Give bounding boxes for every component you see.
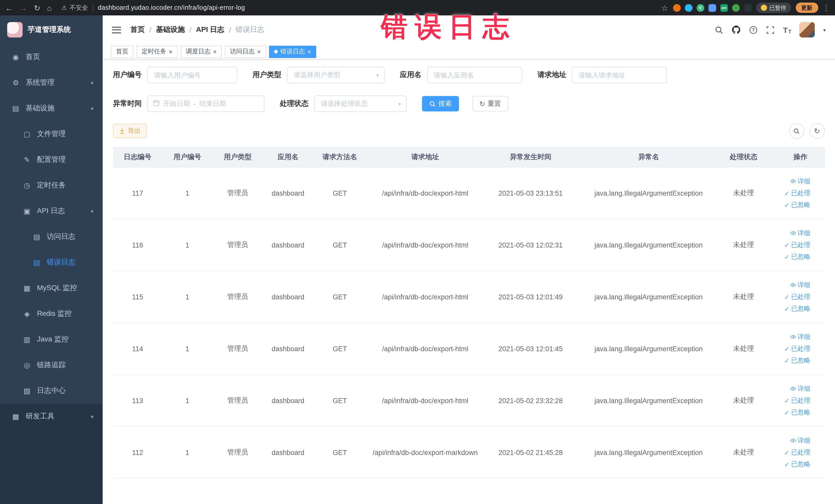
close-icon[interactable]: ×: [307, 48, 311, 55]
paused-badge[interactable]: 已暂停: [756, 3, 791, 13]
toggle-search-button[interactable]: [789, 123, 804, 139]
vue-devtools-icon[interactable]: V: [696, 4, 704, 12]
sidebar-item-redis-monitor[interactable]: ◈Redis 监控: [0, 301, 103, 327]
detail-link[interactable]: 详细: [790, 384, 810, 393]
sidebar-item-log-center[interactable]: ▧日志中心: [0, 378, 103, 404]
browser-menu-icon[interactable]: ⋮: [823, 4, 830, 12]
extension-orange-icon[interactable]: [673, 4, 680, 12]
request-url-input[interactable]: [572, 67, 667, 83]
security-warning[interactable]: ⚠ 不安全: [61, 3, 88, 12]
mark-processed-link[interactable]: ✓已处理: [784, 396, 810, 405]
calendar-icon: [153, 100, 160, 108]
avatar-caret-icon[interactable]: ▾: [823, 27, 826, 33]
chrome-update-button[interactable]: 更新: [795, 3, 818, 13]
help-icon[interactable]: ?: [749, 25, 758, 34]
chevron-down-icon: ▾: [91, 80, 94, 85]
search-button[interactable]: 搜索: [422, 96, 459, 112]
detail-link[interactable]: 详细: [790, 332, 810, 341]
mark-processed-link[interactable]: ✓已处理: [784, 241, 810, 249]
mark-ignored-link[interactable]: ✓已忽略: [784, 304, 810, 313]
sidebar-item-home[interactable]: ◉首页: [0, 44, 103, 70]
detail-link[interactable]: 详细: [790, 436, 810, 445]
extension-grid-icon[interactable]: [708, 4, 716, 12]
sidebar-item-error-log[interactable]: ▤错误日志: [0, 249, 103, 275]
detail-link[interactable]: 详细: [790, 229, 810, 238]
filter-app-name: 应用名: [400, 67, 522, 83]
export-button[interactable]: 导出: [113, 124, 147, 138]
sidebar-item-java-monitor[interactable]: ▥Java 监控: [0, 327, 103, 352]
cell-log-id: 114: [113, 345, 162, 352]
filter-row-2: 异常时间 开始日期 - 结束日期 处理状态 请选: [113, 96, 825, 112]
mark-ignored-link[interactable]: ✓已忽略: [784, 201, 810, 209]
font-size-icon[interactable]: TT: [783, 25, 791, 34]
mark-processed-link[interactable]: ✓已处理: [784, 448, 810, 457]
tab-定时任务[interactable]: 定时任务×: [137, 45, 178, 58]
mark-ignored-link[interactable]: ✓已忽略: [784, 253, 810, 261]
proxy-on-icon[interactable]: on: [720, 4, 728, 12]
breadcrumb-item[interactable]: API 日志: [196, 25, 224, 35]
close-icon[interactable]: ×: [257, 48, 261, 55]
gear-icon: ⚙: [11, 79, 20, 87]
forward-icon[interactable]: →: [20, 4, 27, 12]
filter-label: 用户类型: [252, 70, 281, 80]
page-content: 用户编号 用户类型 请选择用户类型 ▾ 应用名: [103, 60, 835, 504]
breadcrumb-item[interactable]: 首页: [130, 25, 145, 35]
fullscreen-icon[interactable]: [766, 25, 775, 34]
user-type-select[interactable]: 请选择用户类型 ▾: [287, 67, 385, 83]
search-icon[interactable]: [715, 25, 724, 34]
sidebar-item-link-tracing[interactable]: ◎链路追踪: [0, 352, 103, 378]
breadcrumb-item[interactable]: 基础设施: [156, 25, 185, 35]
user-avatar[interactable]: [799, 22, 815, 38]
cell-exception: java.lang.IllegalArgumentException: [577, 448, 720, 456]
eye-icon: [790, 230, 796, 236]
sidebar-item-api-log[interactable]: ▣API 日志▾: [0, 198, 103, 224]
back-icon[interactable]: ←: [5, 4, 13, 12]
cell-time: 2021-05-03 12:01:45: [484, 345, 577, 352]
mark-ignored-link[interactable]: ✓已忽略: [784, 408, 810, 417]
bookmark-star-icon[interactable]: ☆: [661, 4, 668, 12]
eye-icon: [790, 334, 796, 340]
sidebar-item-mysql-monitor[interactable]: ▦MySQL 监控: [0, 275, 103, 301]
tab-首页[interactable]: 首页: [111, 45, 134, 58]
table-row: 1131管理员dashboardGET/api/infra/db-doc/exp…: [113, 375, 825, 427]
sidebar-item-label: 定时任务: [37, 181, 66, 190]
sidebar-item-dev-tools[interactable]: ▩研发工具▾: [0, 404, 103, 429]
detail-link[interactable]: 详细: [790, 177, 810, 186]
sidebar-item-infrastructure[interactable]: ▤基础设施▾: [0, 96, 103, 121]
sidebar-toggle-icon[interactable]: [112, 26, 121, 33]
extension-leaf-icon[interactable]: [732, 4, 739, 12]
date-range-picker[interactable]: 开始日期 - 结束日期: [147, 96, 264, 112]
app-name-input[interactable]: [427, 67, 522, 83]
close-icon[interactable]: ×: [169, 48, 172, 55]
user-id-input[interactable]: [147, 67, 237, 83]
github-icon[interactable]: [732, 25, 741, 35]
tab-访问日志[interactable]: 访问日志×: [225, 45, 266, 58]
extension-water-icon[interactable]: [685, 4, 692, 12]
error-log-icon: ▤: [32, 258, 41, 266]
detail-link[interactable]: 详细: [790, 281, 810, 289]
process-status-select[interactable]: 请选择处理状态 ▾: [314, 96, 407, 112]
home-icon[interactable]: ⌂: [47, 4, 52, 12]
reset-button[interactable]: ↻ 重置: [472, 96, 508, 112]
refresh-table-button[interactable]: ↻: [809, 123, 825, 139]
sidebar-item-file-management[interactable]: ▢文件管理: [0, 121, 103, 147]
mark-processed-link[interactable]: ✓已处理: [784, 344, 810, 353]
cell-actions: 详细✓已处理✓已忽略: [767, 229, 825, 261]
mark-ignored-link[interactable]: ✓已忽略: [784, 356, 810, 365]
reload-icon[interactable]: ↻: [34, 4, 40, 12]
sidebar-item-scheduled-tasks[interactable]: ◷定时任务: [0, 173, 103, 198]
tampermonkey-icon[interactable]: [744, 4, 751, 12]
close-icon[interactable]: ×: [213, 48, 217, 55]
sidebar-item-system-management[interactable]: ⚙系统管理▾: [0, 70, 103, 96]
tab-调度日志[interactable]: 调度日志×: [181, 45, 222, 58]
mark-ignored-link[interactable]: ✓已忽略: [784, 460, 810, 468]
sidebar-item-config-management[interactable]: ✎配置管理: [0, 147, 103, 173]
select-placeholder: 请选择处理状态: [321, 99, 368, 108]
tab-错误日志[interactable]: 错误日志×: [269, 45, 316, 58]
app-logo[interactable]: 芋道管理系统: [0, 15, 103, 44]
table-row: 1141管理员dashboardGET/api/infra/db-doc/exp…: [113, 323, 825, 375]
sidebar-item-access-log[interactable]: ▤访问日志: [0, 224, 103, 249]
address-bar[interactable]: ⚠ 不安全 | dashboard.yudao.iocoder.cn/infra…: [61, 3, 245, 12]
mark-processed-link[interactable]: ✓已处理: [784, 189, 810, 198]
mark-processed-link[interactable]: ✓已处理: [784, 293, 810, 301]
